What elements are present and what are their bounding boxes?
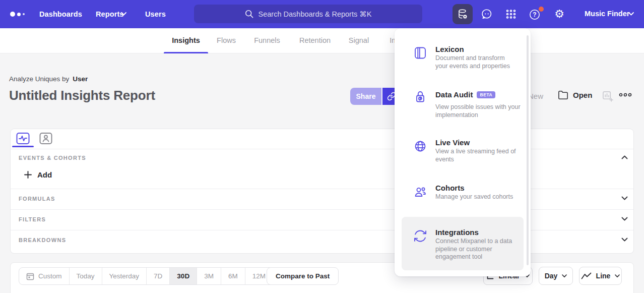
logo-dot-medium	[17, 13, 21, 16]
data-management-menu: Lexicon Document and transform your even…	[395, 28, 531, 276]
line-chart-icon	[581, 272, 592, 279]
divider	[11, 230, 633, 230]
active-tab-underline	[164, 52, 208, 53]
data-management-icon	[457, 8, 469, 20]
tab-signal[interactable]: Signal	[349, 36, 369, 44]
menu-item-live-view[interactable]: Live View	[435, 138, 470, 147]
chevron-down-icon	[628, 12, 634, 16]
tab-users-view[interactable]	[39, 132, 52, 147]
range-today[interactable]: Today	[70, 268, 102, 284]
apps-grid-icon	[505, 8, 517, 20]
support-chat-button[interactable]	[477, 4, 497, 24]
menu-item-title: Data Audit	[435, 90, 473, 99]
top-nav: Dashboards Reports Users Search Dashboar…	[0, 0, 644, 28]
chevron-down-icon[interactable]	[621, 238, 628, 242]
plus-icon	[24, 171, 32, 179]
menu-item-cohorts[interactable]: Cohorts	[435, 184, 465, 192]
analyze-entity[interactable]: User	[73, 75, 88, 83]
workspace-name: Music Finder	[585, 10, 629, 18]
search-placeholder: Search Dashboards & Reports ⌘K	[259, 10, 372, 18]
tab-retention[interactable]: Retention	[299, 36, 331, 44]
menu-item-integrations[interactable]: Integrations	[435, 228, 479, 237]
chevron-down-icon[interactable]	[621, 217, 628, 221]
menu-item-lexicon[interactable]: Lexicon	[435, 45, 464, 53]
range-label: Custom	[38, 272, 62, 280]
compare-to-past-button[interactable]: Compare to Past	[267, 267, 339, 285]
chevron-down-icon	[562, 274, 567, 278]
chart-type-dropdown[interactable]: Line	[579, 267, 622, 285]
menu-item-desc: Manage your saved cohorts	[435, 193, 513, 201]
data-audit-icon	[413, 90, 427, 104]
ellipsis-icon	[619, 93, 632, 97]
settings-button[interactable]: ⚙	[549, 4, 569, 24]
range-label: 6M	[228, 272, 238, 280]
chart-type-value: Line	[596, 272, 611, 280]
granularity-dropdown[interactable]: Day	[539, 267, 573, 285]
range-3m[interactable]: 3M	[197, 268, 221, 284]
support-chat-icon	[481, 8, 493, 20]
nav-link-users[interactable]: Users	[145, 10, 166, 18]
tab-events-view[interactable]	[16, 132, 30, 147]
open-report-button[interactable]: Open	[558, 90, 592, 100]
integrations-icon	[413, 229, 427, 243]
section-formulas[interactable]: FORMULAS	[19, 196, 55, 202]
report-type-tabbar: Insights Flows Funnels Retention Signal …	[0, 28, 644, 53]
section-events-cohorts[interactable]: EVENTS & COHORTS	[19, 155, 86, 161]
notification-badge	[539, 7, 544, 12]
chart-toolbar: Custom Today Yesterday 7D 30D 3M 6M 12M …	[10, 262, 634, 293]
query-builder-panel: EVENTS & COHORTS Add FORMULAS FILTERS BR…	[10, 129, 634, 254]
granularity-value: Day	[545, 272, 558, 280]
active-view-underline	[12, 146, 34, 147]
add-to-dashboard-button[interactable]	[602, 90, 613, 104]
range-yesterday[interactable]: Yesterday	[102, 268, 147, 284]
nav-link-dashboards[interactable]: Dashboards	[39, 10, 82, 18]
menu-scrollbar[interactable]	[527, 35, 529, 265]
open-label: Open	[573, 91, 592, 99]
add-event-button[interactable]: Add	[24, 170, 52, 179]
menu-item-desc: Connect Mixpanel to a data pipeline or c…	[435, 238, 521, 261]
live-view-icon	[413, 139, 427, 153]
apps-grid-button[interactable]	[501, 4, 521, 24]
nav-link-reports[interactable]: Reports	[96, 10, 124, 18]
menu-item-desc: Document and transform your events and p…	[435, 54, 518, 70]
data-management-button[interactable]	[453, 4, 473, 24]
workspace-switcher[interactable]: Music Finder	[585, 10, 629, 18]
section-filters[interactable]: FILTERS	[19, 216, 46, 222]
report-title[interactable]: Untitled Insights Report	[9, 88, 155, 103]
logo-dot-large	[10, 12, 15, 17]
add-label: Add	[37, 170, 52, 179]
chevron-down-icon	[121, 12, 126, 16]
tab-flows[interactable]: Flows	[217, 36, 236, 44]
analyze-line: Analyze Uniques byUser	[9, 75, 88, 83]
more-options-button[interactable]	[619, 93, 632, 97]
menu-item-desc: View possible issues with your implement…	[435, 103, 529, 119]
range-label: Today	[77, 272, 95, 280]
share-button[interactable]: Share	[350, 88, 381, 105]
metrics-chart-icon	[16, 132, 30, 145]
folder-icon	[558, 90, 568, 100]
cohorts-icon	[413, 185, 427, 199]
chevron-down-icon[interactable]	[621, 196, 628, 200]
section-breakdowns[interactable]: BREAKDOWNS	[19, 237, 66, 243]
range-custom[interactable]: Custom	[19, 268, 70, 284]
analyze-prefix: Analyze Uniques by	[9, 75, 69, 83]
calendar-icon	[26, 272, 34, 280]
divider	[11, 149, 633, 149]
divider	[11, 189, 633, 189]
beta-badge: BETA	[477, 91, 495, 98]
range-30d[interactable]: 30D	[170, 268, 197, 284]
menu-item-data-audit[interactable]: Data AuditBETA	[435, 90, 495, 99]
lexicon-icon	[413, 46, 427, 60]
tab-insights[interactable]: Insights	[172, 36, 200, 44]
search-input[interactable]: Search Dashboards & Reports ⌘K	[194, 5, 422, 23]
chevron-up-icon[interactable]	[621, 155, 628, 159]
range-7d[interactable]: 7D	[147, 268, 170, 284]
range-label: Yesterday	[109, 272, 140, 280]
tab-funnels[interactable]: Funnels	[254, 36, 280, 44]
add-chart-icon	[602, 90, 613, 102]
range-label: 30D	[177, 272, 189, 280]
settings-gear-icon: ⚙	[554, 9, 564, 20]
svg-text:?: ?	[533, 11, 536, 18]
user-profile-icon	[39, 132, 52, 145]
range-6m[interactable]: 6M	[221, 268, 245, 284]
